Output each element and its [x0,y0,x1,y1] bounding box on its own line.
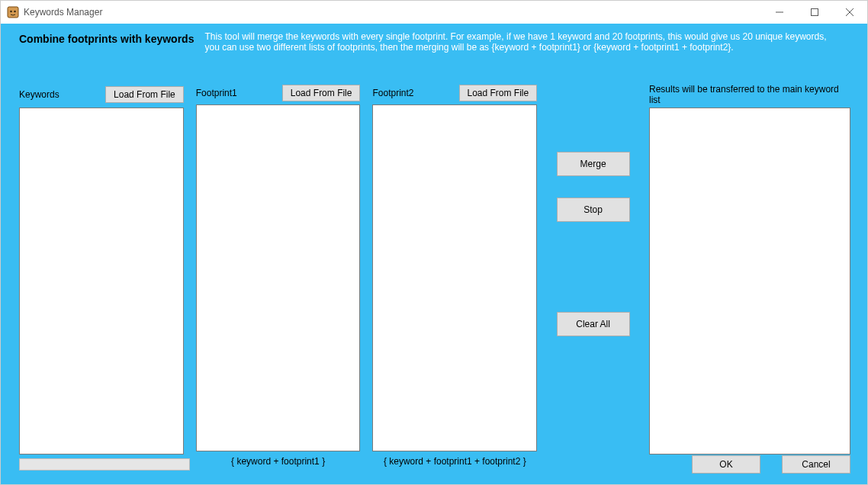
columns: Keywords Load From File Footprint1 Load … [19,85,850,466]
results-output [649,108,850,454]
bottom-bar: OK Cancel [19,455,850,474]
cancel-button[interactable]: Cancel [782,455,850,474]
keywords-load-button[interactable]: Load From File [105,86,184,103]
footprint2-input[interactable] [372,104,537,451]
maximize-button[interactable] [797,1,832,24]
keywords-input[interactable] [19,108,184,454]
footprint2-load-button[interactable]: Load From File [459,85,538,101]
app-icon [7,6,19,18]
app-window: Keywords Manager Combine footprints with… [0,0,868,485]
close-button[interactable] [832,1,867,24]
stop-button[interactable]: Stop [557,198,630,222]
keywords-label: Keywords [19,89,59,100]
footprint2-column: Footprint2 Load From File { keyword + fo… [372,85,537,466]
merge-button[interactable]: Merge [557,152,630,176]
footprint1-load-button[interactable]: Load From File [282,85,361,101]
results-label: Results will be transferred to the main … [649,85,850,104]
header: Combine footprints with keywords This to… [1,24,867,57]
svg-rect-4 [812,9,818,16]
footprint2-label: Footprint2 [372,88,413,98]
footprint1-input[interactable] [196,104,361,451]
footprint1-label: Footprint1 [196,88,237,98]
keywords-column: Keywords Load From File [19,85,184,466]
svg-point-1 [10,11,12,13]
footprint1-column: Footprint1 Load From File { keyword + fo… [196,85,361,466]
page-description: This tool will merge the keywords with e… [204,31,830,53]
progress-bar [19,458,190,471]
clear-all-button[interactable]: Clear All [557,312,630,336]
window-title: Keywords Manager [24,7,102,18]
svg-rect-0 [8,7,18,18]
ok-button[interactable]: OK [692,455,760,474]
svg-point-2 [14,11,16,13]
page-title: Combine footprints with keywords [19,33,194,45]
actions-column: Merge Stop Clear All [549,85,637,466]
titlebar: Keywords Manager [1,1,867,24]
client-area: Combine footprints with keywords This to… [1,24,867,484]
minimize-button[interactable] [762,1,797,24]
results-column: Results will be transferred to the main … [649,85,850,466]
